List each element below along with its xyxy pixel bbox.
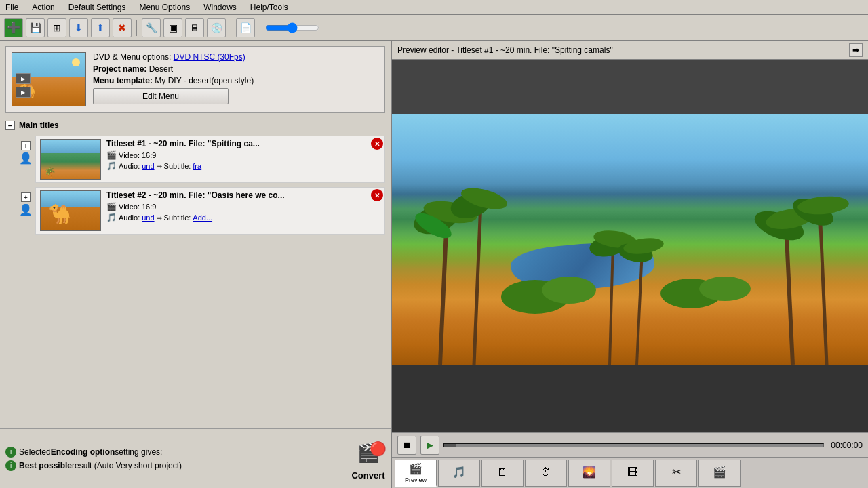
save-button[interactable]: 💾 — [26, 18, 45, 37]
tab-film[interactable]: 🎞 — [612, 460, 654, 487]
menu-button[interactable]: ▣ — [163, 18, 182, 37]
layout-button[interactable]: ⊞ — [47, 18, 66, 37]
titleset-2-audio-icon: 🎵 — [106, 213, 117, 222]
add-button[interactable]: ➕ — [4, 18, 23, 37]
svg-line-4 — [474, 202, 481, 365]
download-button[interactable]: ⬇ — [69, 18, 88, 37]
toolbar: ➕ 💾 ⊞ ⬇ ⬆ ✖ 🔧 ▣ 🖥 💿 📄 — [0, 15, 868, 41]
close-button[interactable]: ✖ — [113, 18, 132, 37]
svg-line-7 — [786, 222, 793, 365]
svg-point-16 — [699, 277, 751, 301]
bottom-tabs: 🎬 Preview 🎵 🗒 ⏱ 🌄 🎞 — [392, 457, 868, 488]
tab-photos[interactable]: 🌄 — [568, 460, 610, 487]
monitor-button[interactable]: 🖥 — [185, 18, 204, 37]
preview-header: Preview editor - Titleset #1 - ~20 min. … — [392, 41, 868, 60]
progress-fill — [444, 444, 456, 447]
menu-template-label: Menu template: — [93, 76, 153, 85]
photos-tab-icon: 🌄 — [583, 466, 596, 479]
titleset-2-subtitle-value[interactable]: Add... — [193, 214, 212, 222]
titleset-1-subtitle-label: Subtitle: — [164, 162, 191, 170]
status-label-2b: result (Auto Very short project) — [72, 461, 182, 470]
titleset-1-icon[interactable]: 👤 — [19, 152, 33, 165]
menu-file[interactable]: File — [3, 1, 21, 14]
titleset-1-video-row: 🎬 Video: 16:9 — [106, 150, 380, 160]
toolbar-separator-2 — [231, 20, 231, 36]
status-row-1: i Selected Encoding option setting gives… — [5, 447, 182, 458]
titleset-1-expand[interactable]: + — [21, 141, 31, 150]
menu-bar: File Action Default Settings Menu Option… — [0, 0, 868, 15]
music-tab-icon: 🎵 — [452, 466, 466, 479]
disk-button[interactable]: 💿 — [207, 18, 226, 37]
titleset-1-audio-icon: 🎵 — [106, 161, 117, 171]
project-info: 🐪 ▶ ▶ DVD & Menu options: DVD NTSC (30Fp… — [5, 46, 385, 113]
tab-extra[interactable]: 🎬 — [698, 460, 741, 487]
play-button[interactable]: ▶ — [420, 436, 439, 455]
titleset-1-close-btn[interactable]: ✕ — [371, 138, 383, 150]
titleset-2-video-icon: 🎬 — [106, 202, 117, 211]
titleset-1-video-value: 16:9 — [142, 151, 156, 159]
menu-action[interactable]: Action — [29, 1, 57, 14]
preview-top-bar — [392, 60, 868, 114]
preview-image-area — [392, 60, 868, 432]
tab-preview[interactable]: 🎬 Preview — [395, 460, 437, 487]
titleset-2-close-btn[interactable]: ✕ — [371, 189, 383, 201]
status-label-1a: Selected — [19, 447, 51, 457]
titleset-2-arrow: ➡ — [157, 214, 162, 222]
titleset-2-video-value: 16:9 — [142, 203, 156, 211]
left-panel: 🐪 ▶ ▶ DVD & Menu options: DVD NTSC (30Fp… — [0, 41, 392, 488]
tab-notes[interactable]: 🗒 — [481, 460, 524, 487]
zoom-range[interactable] — [265, 22, 319, 33]
film-tab-icon: 🎞 — [627, 466, 638, 479]
titleset-2-audio-label: Audio: — [119, 214, 140, 222]
titleset-2-audio-value[interactable]: und — [142, 214, 154, 222]
project-name-row: Project name: Desert — [93, 64, 379, 74]
menu-windows[interactable]: Windows — [201, 1, 239, 14]
status-label-2a: Best possible — [19, 461, 72, 470]
convert-button[interactable]: Convert — [351, 470, 384, 481]
menu-default-settings[interactable]: Default Settings — [66, 1, 129, 14]
titleset-1: + 👤 ✕ 🌴 Titleset #1 - ~20 min. File: "Sp… — [19, 136, 385, 183]
titleset-1-title: Titleset #1 - ~20 min. File: "Spitting c… — [106, 139, 380, 148]
menu-options[interactable]: Menu Options — [136, 1, 193, 14]
titleset-1-card: ✕ 🌴 Titleset #1 - ~20 min. File: "Spitti… — [35, 136, 385, 183]
project-name: Desert — [149, 64, 173, 74]
titleset-2-video-row: 🎬 Video: 16:9 — [106, 202, 380, 211]
preview-tab-icon: 🎬 — [409, 462, 422, 475]
extra-tab-icon: 🎬 — [713, 466, 726, 479]
menu-help[interactable]: Help/Tools — [248, 1, 291, 14]
file-button[interactable]: 📄 — [236, 18, 255, 37]
convert-icon-area: 🎬 🔴 — [351, 437, 385, 468]
main-titles-header: − Main titles — [0, 118, 391, 133]
main-titles-label: Main titles — [19, 121, 59, 130]
svg-point-14 — [542, 277, 596, 304]
titleset-2-card: ✕ 🐪 Titleset #2 - ~20 min. File: "Oasis … — [35, 187, 385, 235]
titleset-1-audio-label: Audio: — [119, 162, 140, 170]
zoom-slider[interactable] — [265, 21, 319, 35]
titleset-1-subtitle-value[interactable]: fra — [193, 162, 201, 170]
progress-bar[interactable] — [443, 443, 824, 447]
preview-palms-svg — [392, 114, 868, 365]
titleset-1-header: 🌴 Titleset #1 - ~20 min. File: "Spitting… — [40, 139, 380, 180]
titleset-2-title: Titleset #2 - ~20 min. File: "Oasis here… — [106, 190, 380, 200]
tab-clock[interactable]: ⏱ — [525, 460, 567, 487]
svg-line-10 — [820, 209, 827, 365]
scissors-tab-icon: ✂ — [672, 466, 681, 479]
settings-button[interactable]: 🔧 — [142, 18, 161, 37]
tab-music[interactable]: 🎵 — [438, 460, 480, 487]
toolbar-separator-3 — [260, 20, 260, 36]
main-titles-collapse-btn[interactable]: − — [5, 121, 15, 130]
titleset-2-expand[interactable]: + — [21, 192, 31, 202]
preview-nav-button[interactable]: ➡ — [849, 43, 863, 57]
upload-button[interactable]: ⬆ — [91, 18, 110, 37]
titleset-2-icon[interactable]: 👤 — [19, 203, 33, 216]
titleset-2-header: 🐪 Titleset #2 - ~20 min. File: "Oasis he… — [40, 190, 380, 231]
preview-controls: ⏹ ▶ 00:00:00 — [392, 432, 868, 457]
titleset-1-audio-value[interactable]: und — [142, 162, 154, 170]
tab-scissors[interactable]: ✂ — [655, 460, 697, 487]
titleset-1-arrow: ➡ — [157, 163, 162, 170]
edit-menu-button[interactable]: Edit Menu — [93, 88, 229, 104]
stop-button[interactable]: ⏹ — [397, 436, 416, 455]
preview-main-image — [392, 114, 868, 365]
dvd-options-link[interactable]: DVD NTSC (30Fps) — [174, 52, 245, 62]
titleset-1-info: Titleset #1 - ~20 min. File: "Spitting c… — [106, 139, 380, 172]
